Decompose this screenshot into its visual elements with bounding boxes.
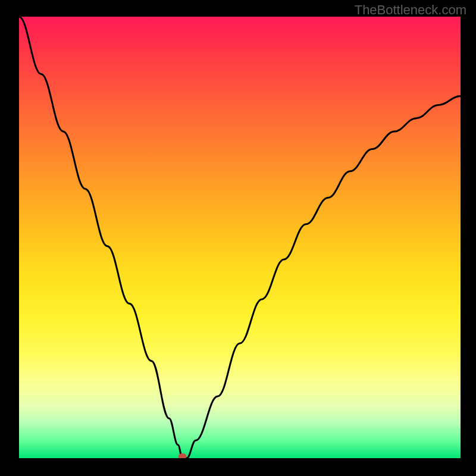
chart-svg xyxy=(19,17,461,458)
watermark-text: TheBottleneck.com xyxy=(355,2,466,18)
chart-plot-area xyxy=(19,17,461,458)
minimum-marker xyxy=(178,453,187,458)
bottleneck-curve xyxy=(19,17,461,458)
